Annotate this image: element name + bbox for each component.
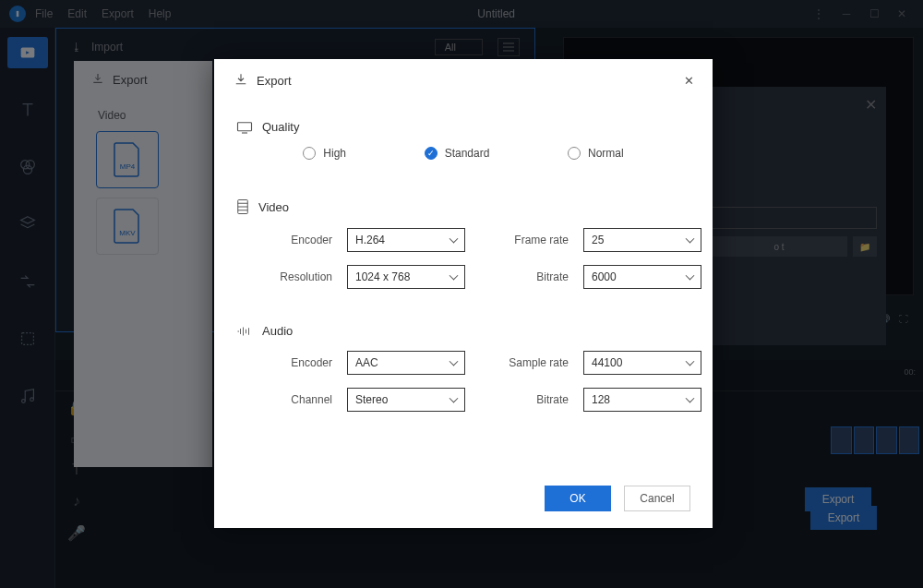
audio-encoder-label: Encoder <box>258 356 332 369</box>
quality-high-label: High <box>323 147 346 160</box>
audio-bitrate-label: Bitrate <box>480 393 569 406</box>
quality-normal-radio[interactable]: Normal <box>568 147 624 160</box>
video-encoder-label: Encoder <box>258 234 332 246</box>
audio-samplerate-label: Sample rate <box>480 356 569 369</box>
monitor-icon <box>236 121 253 134</box>
video-encoder-select[interactable]: H.264 <box>347 228 465 252</box>
dialog-close-icon[interactable]: ✕ <box>684 74 694 88</box>
video-bitrate-select[interactable]: 6000 <box>583 265 701 289</box>
audio-channel-select[interactable]: Stereo <box>347 388 465 412</box>
video-resolution-label: Resolution <box>258 270 332 283</box>
audio-channel-label: Channel <box>258 393 332 406</box>
film-icon <box>236 198 249 215</box>
export-icon <box>233 72 249 89</box>
video-framerate-label: Frame rate <box>480 234 569 246</box>
dialog-title: Export <box>257 74 292 88</box>
audio-encoder-select[interactable]: AAC <box>347 351 465 375</box>
quality-high-radio[interactable]: High <box>303 147 346 160</box>
cancel-button[interactable]: Cancel <box>624 486 690 511</box>
waveform-icon <box>236 325 253 338</box>
video-framerate-select[interactable]: 25 <box>583 228 701 252</box>
ok-button[interactable]: OK <box>545 486 611 511</box>
audio-section-title: Audio <box>262 324 293 338</box>
video-section-title: Video <box>258 200 289 214</box>
audio-bitrate-select[interactable]: 128 <box>583 388 701 412</box>
quality-normal-label: Normal <box>588 147 624 160</box>
export-settings-dialog: Export ✕ Quality High Standard Normal <box>214 59 713 528</box>
quality-section-title: Quality <box>262 120 299 134</box>
quality-standard-radio[interactable]: Standard <box>425 147 490 160</box>
audio-samplerate-select[interactable]: 44100 <box>583 351 701 375</box>
quality-standard-label: Standard <box>445 147 490 160</box>
video-bitrate-label: Bitrate <box>480 270 569 283</box>
video-resolution-select[interactable]: 1024 x 768 <box>347 265 465 289</box>
svg-rect-14 <box>238 122 252 130</box>
